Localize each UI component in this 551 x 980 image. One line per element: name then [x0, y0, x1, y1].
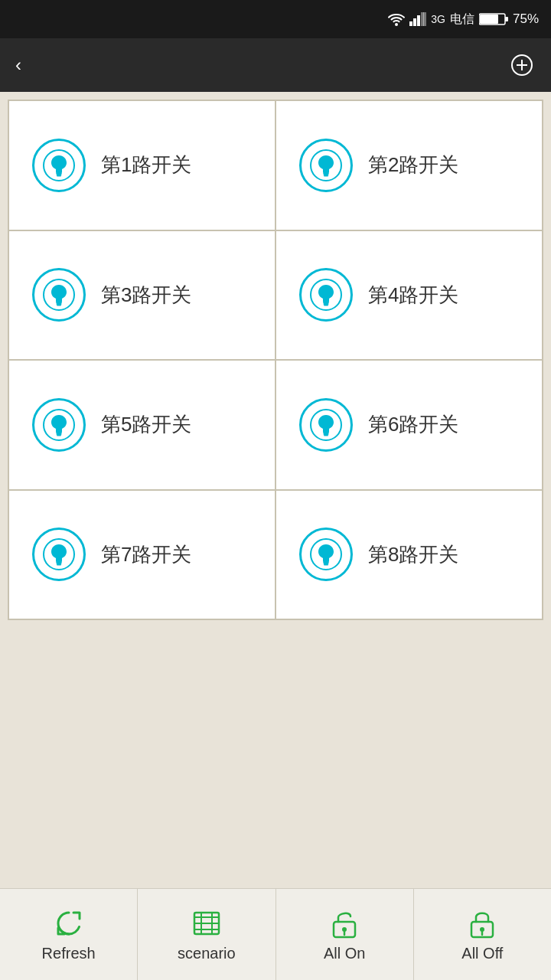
svg-rect-16 [324, 174, 329, 175]
switch-label-3: 第3路开关 [101, 282, 191, 309]
switch-label-4: 第4路开关 [368, 282, 458, 309]
lock-open-icon [328, 906, 361, 940]
tab-label-allon: All On [324, 945, 365, 962]
lock-closed-icon [465, 906, 499, 940]
svg-rect-21 [57, 305, 61, 306]
refresh-icon [52, 906, 86, 940]
tab-scenario[interactable]: scenario [138, 889, 276, 980]
battery-icon [479, 12, 508, 26]
svg-rect-24 [324, 303, 329, 305]
svg-rect-2 [417, 15, 420, 26]
back-button[interactable]: ‹ [15, 54, 24, 76]
tab-label-refresh: Refresh [42, 945, 96, 962]
bulb-icon-6 [299, 398, 353, 452]
scenario-icon [190, 906, 223, 940]
switch-cell-7[interactable]: 第7路开关 [8, 490, 276, 620]
svg-rect-12 [57, 174, 62, 175]
switch-label-6: 第6路开关 [368, 411, 458, 438]
switch-cell-5[interactable]: 第5路开关 [8, 360, 276, 490]
status-icons: 3G 电信 75% [388, 11, 539, 28]
switch-label-8: 第8路开关 [368, 541, 458, 568]
tab-label-alloff: All Off [461, 945, 503, 962]
switch-cell-1[interactable]: 第1路开关 [8, 100, 276, 230]
tab-allon[interactable]: All On [276, 889, 414, 980]
svg-rect-15 [323, 172, 329, 174]
signal-icon [409, 12, 426, 26]
svg-rect-39 [323, 561, 329, 563]
bulb-icon-3 [32, 268, 86, 322]
bulb-icon-8 [299, 528, 353, 581]
back-arrow-icon: ‹ [15, 54, 21, 76]
tab-label-scenario: scenario [178, 945, 236, 962]
svg-rect-27 [56, 432, 62, 433]
tab-alloff[interactable]: All Off [414, 889, 551, 980]
svg-rect-33 [324, 435, 328, 436]
svg-rect-28 [57, 433, 62, 435]
carrier: 电信 [450, 11, 474, 28]
switch-label-1: 第1路开关 [101, 152, 191, 178]
switch-cell-8[interactable]: 第8路开关 [276, 490, 543, 620]
add-new-button[interactable] [511, 54, 536, 76]
svg-rect-13 [57, 175, 61, 177]
svg-rect-29 [57, 435, 61, 436]
svg-rect-25 [324, 305, 328, 306]
tab-refresh[interactable]: Refresh [0, 889, 138, 980]
svg-rect-32 [324, 433, 329, 435]
switch-label-7: 第7路开关 [101, 541, 191, 568]
svg-rect-1 [413, 18, 416, 26]
switch-cell-6[interactable]: 第6路开关 [276, 360, 543, 490]
bulb-icon-7 [32, 528, 86, 581]
svg-rect-4 [423, 12, 426, 26]
bulb-icon-1 [32, 139, 86, 192]
add-icon [511, 54, 533, 76]
svg-rect-17 [324, 175, 328, 177]
svg-rect-37 [57, 564, 61, 566]
bulb-icon-4 [299, 268, 353, 322]
grid-area: 第1路开关 第2路开关 第3路开关 [0, 92, 551, 888]
svg-rect-11 [56, 172, 62, 174]
svg-rect-0 [409, 21, 412, 26]
svg-rect-35 [56, 561, 62, 563]
status-bar: 3G 电信 75% [0, 0, 551, 38]
bulb-icon-5 [32, 398, 86, 452]
svg-rect-41 [324, 564, 328, 566]
svg-rect-23 [323, 302, 329, 303]
wifi-icon [388, 12, 405, 26]
svg-rect-7 [505, 17, 508, 21]
switch-cell-2[interactable]: 第2路开关 [276, 100, 543, 230]
header: ‹ [0, 38, 551, 92]
switch-cell-3[interactable]: 第3路开关 [8, 230, 276, 361]
svg-rect-31 [323, 432, 329, 433]
svg-rect-9 [517, 64, 527, 66]
switch-label-2: 第2路开关 [368, 152, 458, 178]
svg-rect-20 [57, 303, 62, 305]
switch-grid: 第1路开关 第2路开关 第3路开关 [8, 100, 543, 620]
bulb-icon-2 [299, 139, 353, 192]
svg-rect-36 [57, 563, 62, 564]
network-type: 3G [431, 13, 445, 25]
svg-rect-6 [480, 15, 498, 24]
switch-label-5: 第5路开关 [101, 411, 191, 438]
svg-rect-19 [56, 302, 62, 303]
switch-cell-4[interactable]: 第4路开关 [276, 230, 543, 361]
svg-rect-40 [324, 563, 329, 564]
battery-percent: 75% [513, 11, 539, 27]
tab-bar: Refresh scenario All On All Off [0, 888, 551, 980]
